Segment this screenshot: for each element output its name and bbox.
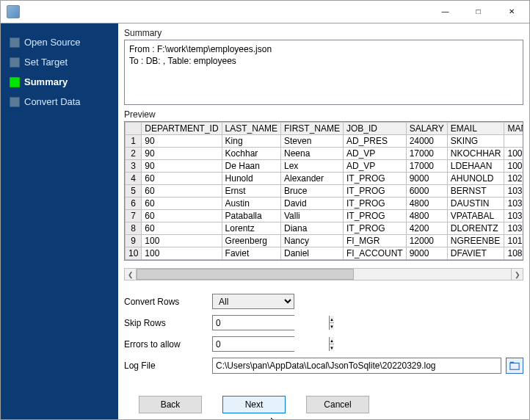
step-open-source[interactable]: Open Source bbox=[1, 32, 118, 52]
table-cell[interactable]: FI_ACCOUNT bbox=[343, 247, 406, 260]
next-button[interactable]: Next bbox=[222, 396, 286, 413]
col-header[interactable]: EMAIL bbox=[447, 123, 504, 135]
table-cell[interactable]: King bbox=[222, 135, 280, 148]
table-cell[interactable]: IT_PROG bbox=[343, 173, 406, 185]
scroll-left-icon[interactable]: ❮ bbox=[124, 268, 137, 280]
table-cell[interactable]: 60 bbox=[142, 222, 222, 235]
table-cell[interactable]: 103 bbox=[504, 222, 523, 235]
table-cell[interactable]: Ernst bbox=[222, 185, 280, 198]
table-cell[interactable]: 90 bbox=[142, 148, 222, 160]
table-cell[interactable]: 90 bbox=[142, 160, 222, 173]
table-cell[interactable]: 4200 bbox=[406, 222, 447, 235]
errors-spinner[interactable]: ▲▼ bbox=[212, 336, 294, 352]
skip-rows-input[interactable] bbox=[213, 316, 329, 330]
col-header[interactable]: SALARY bbox=[406, 123, 447, 135]
table-cell[interactable]: 103 bbox=[504, 185, 523, 198]
table-cell[interactable]: Valli bbox=[280, 210, 343, 222]
table-row[interactable]: 460HunoldAlexanderIT_PROG9000AHUNOLD102 bbox=[126, 173, 524, 185]
table-cell[interactable]: Diana bbox=[280, 222, 343, 235]
col-header[interactable]: DEPARTMENT_ID bbox=[142, 123, 222, 135]
browse-button[interactable] bbox=[506, 358, 523, 374]
scroll-track[interactable] bbox=[137, 268, 511, 280]
table-cell[interactable]: DAUSTIN bbox=[447, 198, 504, 210]
cancel-button[interactable]: Cancel bbox=[306, 396, 369, 413]
table-cell[interactable]: 4800 bbox=[406, 198, 447, 210]
table-row[interactable]: 660AustinDavidIT_PROG4800DAUSTIN103 bbox=[126, 198, 524, 210]
table-cell[interactable]: BERNST bbox=[447, 185, 504, 198]
table-row[interactable]: 560ErnstBruceIT_PROG6000BERNST103 bbox=[126, 185, 524, 198]
table-cell[interactable]: Steven bbox=[280, 135, 343, 148]
table-cell[interactable]: 4800 bbox=[406, 210, 447, 222]
maximize-button[interactable]: □ bbox=[462, 1, 495, 22]
table-cell[interactable]: FI_MGR bbox=[343, 235, 406, 247]
table-cell[interactable]: Lorentz bbox=[222, 222, 280, 235]
spinner-down-icon[interactable]: ▼ bbox=[330, 323, 334, 330]
table-cell[interactable]: 103 bbox=[504, 210, 523, 222]
table-row[interactable]: 9100GreenbergNancyFI_MGR12000NGREENBE101 bbox=[126, 235, 524, 247]
rownum-header[interactable] bbox=[126, 123, 142, 135]
step-set-target[interactable]: Set Target bbox=[1, 52, 118, 72]
table-cell[interactable]: 60 bbox=[142, 198, 222, 210]
spinner-up-icon[interactable]: ▲ bbox=[330, 316, 334, 323]
table-row[interactable]: 290KochharNeenaAD_VP17000NKOCHHAR100 bbox=[126, 148, 524, 160]
table-cell[interactable]: IT_PROG bbox=[343, 210, 406, 222]
table-cell[interactable]: Austin bbox=[222, 198, 280, 210]
table-cell[interactable]: 17000 bbox=[406, 160, 447, 173]
table-cell[interactable]: 101 bbox=[504, 235, 523, 247]
table-cell[interactable]: 24000 bbox=[406, 135, 447, 148]
table-cell[interactable]: 9000 bbox=[406, 247, 447, 260]
table-cell[interactable] bbox=[504, 135, 523, 148]
table-cell[interactable]: NGREENBE bbox=[447, 235, 504, 247]
table-cell[interactable]: NKOCHHAR bbox=[447, 148, 504, 160]
table-cell[interactable]: Neena bbox=[280, 148, 343, 160]
skip-rows-spinner[interactable]: ▲▼ bbox=[212, 315, 294, 330]
horizontal-scrollbar[interactable]: ❮ ❯ bbox=[124, 268, 523, 280]
table-cell[interactable]: Daniel bbox=[280, 247, 343, 260]
table-cell[interactable]: 90 bbox=[142, 135, 222, 148]
table-cell[interactable]: Pataballa bbox=[222, 210, 280, 222]
convert-rows-select[interactable]: All bbox=[212, 294, 294, 309]
table-cell[interactable]: LDEHAAN bbox=[447, 160, 504, 173]
table-cell[interactable]: David bbox=[280, 198, 343, 210]
table-cell[interactable]: 100 bbox=[504, 148, 523, 160]
table-cell[interactable]: DLORENTZ bbox=[447, 222, 504, 235]
spinner-up-icon[interactable]: ▲ bbox=[330, 337, 334, 344]
table-row[interactable]: 760PataballaValliIT_PROG4800VPATABAL103 bbox=[126, 210, 524, 222]
table-cell[interactable]: 100 bbox=[142, 247, 222, 260]
table-cell[interactable]: 6000 bbox=[406, 185, 447, 198]
table-cell[interactable]: De Haan bbox=[222, 160, 280, 173]
scroll-right-icon[interactable]: ❯ bbox=[511, 268, 523, 280]
spinner-down-icon[interactable]: ▼ bbox=[330, 344, 334, 351]
table-cell[interactable]: 100 bbox=[142, 235, 222, 247]
table-cell[interactable]: Bruce bbox=[280, 185, 343, 198]
back-button[interactable]: Back bbox=[139, 396, 202, 413]
table-cell[interactable]: IT_PROG bbox=[343, 185, 406, 198]
table-cell[interactable]: VPATABAL bbox=[447, 210, 504, 222]
close-button[interactable]: ✕ bbox=[495, 1, 528, 22]
table-cell[interactable]: Lex bbox=[280, 160, 343, 173]
table-cell[interactable]: 103 bbox=[504, 198, 523, 210]
step-summary[interactable]: Summary bbox=[1, 72, 118, 92]
table-cell[interactable]: AD_VP bbox=[343, 160, 406, 173]
table-row[interactable]: 860LorentzDianaIT_PROG4200DLORENTZ103 bbox=[126, 222, 524, 235]
table-cell[interactable]: Nancy bbox=[280, 235, 343, 247]
table-cell[interactable]: Greenberg bbox=[222, 235, 280, 247]
table-cell[interactable]: 9000 bbox=[406, 173, 447, 185]
errors-input[interactable] bbox=[213, 337, 329, 351]
table-cell[interactable]: AD_PRES bbox=[343, 135, 406, 148]
table-row[interactable]: 190KingStevenAD_PRES24000SKING bbox=[126, 135, 524, 148]
table-cell[interactable]: AHUNOLD bbox=[447, 173, 504, 185]
table-cell[interactable]: AD_VP bbox=[343, 148, 406, 160]
col-header[interactable]: JOB_ID bbox=[343, 123, 406, 135]
col-header[interactable]: LAST_NAME bbox=[222, 123, 280, 135]
table-cell[interactable]: 60 bbox=[142, 185, 222, 198]
table-cell[interactable]: 60 bbox=[142, 210, 222, 222]
preview-table[interactable]: DEPARTMENT_IDLAST_NAMEFIRST_NAMEJOB_IDSA… bbox=[124, 121, 523, 261]
table-cell[interactable]: SKING bbox=[447, 135, 504, 148]
table-cell[interactable]: 17000 bbox=[406, 148, 447, 160]
table-row[interactable]: 10100FavietDanielFI_ACCOUNT9000DFAVIET10… bbox=[126, 247, 524, 260]
step-convert-data[interactable]: Convert Data bbox=[1, 92, 118, 112]
table-cell[interactable]: Faviet bbox=[222, 247, 280, 260]
scroll-thumb[interactable] bbox=[137, 269, 354, 280]
titlebar[interactable]: — □ ✕ bbox=[1, 1, 529, 23]
